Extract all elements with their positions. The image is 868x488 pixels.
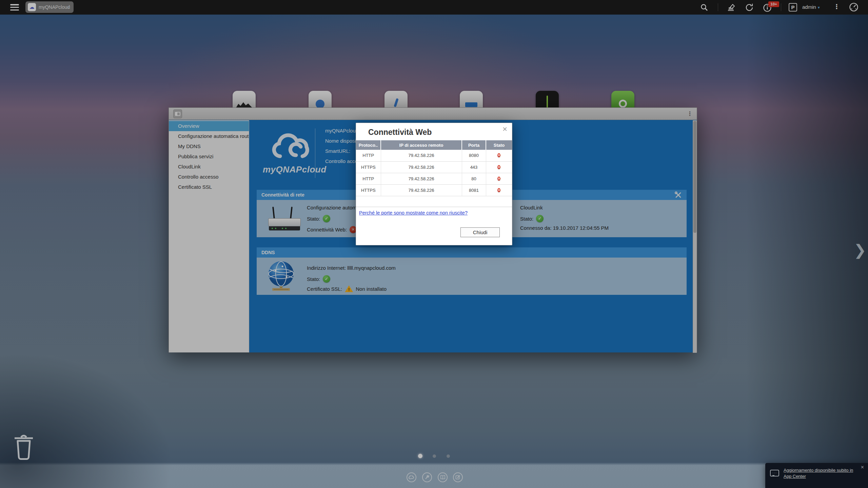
cell-status: ✕ <box>486 173 512 184</box>
cell-ip: 79.42.58.226 <box>381 173 462 184</box>
cell-protocol: HTTPS <box>356 161 381 173</box>
cell-port: 8080 <box>462 150 486 161</box>
table-row: HTTP 79.42.58.226 8080 ✕ <box>356 150 512 161</box>
cell-port: 443 <box>462 161 486 173</box>
cell-ip: 79.42.58.226 <box>381 161 462 173</box>
dialog-close-icon[interactable]: × <box>502 124 507 134</box>
table-row: HTTPS 79.42.58.226 8081 ✕ <box>356 184 512 196</box>
cell-protocol: HTTP <box>356 150 381 161</box>
column-remote-ip: IP di accesso remoto <box>381 140 462 150</box>
column-protocol: Protoco.. <box>356 140 381 150</box>
desktop: ❯ ☁ myQNAPcloud × <box>0 0 868 488</box>
cell-port: 80 <box>462 173 486 184</box>
status-failed-icon: ✕ <box>497 188 500 192</box>
port-status-table: Protoco.. IP di accesso remoto Porta Sta… <box>356 140 512 196</box>
cell-ip: 79.42.58.226 <box>381 184 462 196</box>
table-row: HTTPS 79.42.58.226 443 ✕ <box>356 161 512 173</box>
table-header-row: Protoco.. IP di accesso remoto Porta Sta… <box>356 140 512 150</box>
column-status: Stato <box>486 140 512 150</box>
status-failed-icon: ✕ <box>497 165 500 169</box>
cell-protocol: HTTP <box>356 173 381 184</box>
column-port: Porta <box>462 140 486 150</box>
close-dialog-button[interactable]: Chiudi <box>460 227 500 237</box>
ports-help-link[interactable]: Perché le porte sono mostrate come non r… <box>359 210 468 216</box>
table-row: HTTP 79.42.58.226 80 ✕ <box>356 173 512 184</box>
dialog-footer-divider <box>356 207 512 207</box>
cell-status: ✕ <box>486 150 512 161</box>
cell-ip: 79.42.58.226 <box>381 150 462 161</box>
dialog-title: Connettività Web <box>368 128 432 137</box>
cell-port: 8081 <box>462 184 486 196</box>
cell-status: ✕ <box>486 184 512 196</box>
cell-protocol: HTTPS <box>356 184 381 196</box>
status-failed-icon: ✕ <box>497 153 500 157</box>
web-connectivity-dialog: Connettività Web × Protoco.. IP di acces… <box>356 123 512 245</box>
status-failed-icon: ✕ <box>497 177 500 181</box>
cell-status: ✕ <box>486 161 512 173</box>
